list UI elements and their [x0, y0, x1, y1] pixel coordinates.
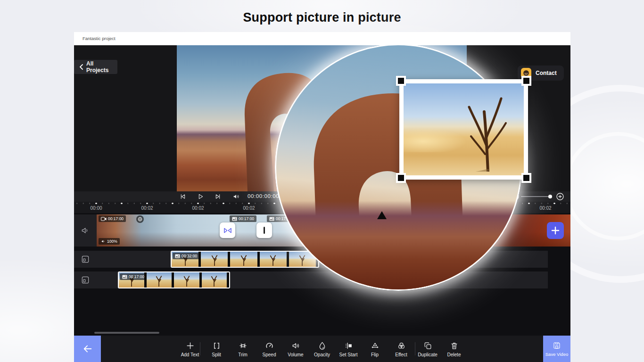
pip-track-icon[interactable] [81, 275, 90, 285]
all-projects-label: All Projects [86, 60, 117, 74]
ruler-tick-label: 00:02 [185, 206, 211, 211]
resize-handle-top-left[interactable] [396, 76, 406, 86]
clip-thumbnail [201, 252, 230, 267]
clip-duration-badge: 00:17:00 [230, 215, 256, 222]
pip-track-row: 00:17:00 [74, 272, 548, 288]
clip-volume-badge: 100% [99, 238, 120, 245]
flip-icon [371, 341, 380, 350]
timeline-zoom-slider[interactable] [521, 196, 552, 197]
tool-group: Add Text Split Trim Speed Volume Opacity… [177, 336, 467, 362]
clip-thumbnail [174, 272, 202, 288]
pip-clip[interactable]: 00:32:00 [171, 251, 319, 268]
skip-back-button[interactable] [179, 193, 186, 200]
globe-icon [136, 215, 144, 223]
tool-speed[interactable]: Speed [256, 336, 282, 362]
pip-clip[interactable]: 00:17:00 [118, 272, 230, 288]
tool-duplicate[interactable]: Duplicate [414, 336, 441, 362]
pip-track-icon[interactable] [81, 255, 90, 264]
opacity-icon [318, 341, 327, 350]
zoom-in-button[interactable] [556, 193, 564, 200]
cut-icon [264, 227, 265, 234]
back-button[interactable] [74, 336, 101, 362]
tool-volume[interactable]: Volume [282, 336, 309, 362]
contact-label: Contact [536, 70, 557, 76]
toolbar-divider [200, 342, 200, 355]
track-audio-icon[interactable] [81, 226, 90, 235]
tool-add-text[interactable]: Add Text [177, 336, 203, 362]
clip-thumbnail [230, 252, 259, 267]
volume-icon [291, 341, 300, 350]
skip-forward-button[interactable] [215, 193, 222, 200]
chevron-left-icon [79, 64, 83, 70]
timeline-zoom-handle[interactable] [548, 195, 552, 198]
clip-duration-badge: 00:17:00 [99, 215, 126, 222]
bottom-toolbar: Add Text Split Trim Speed Volume Opacity… [74, 336, 570, 362]
toolbar-divider [415, 342, 415, 355]
tool-split[interactable]: Split [203, 336, 230, 362]
clip-thumbnail [147, 272, 174, 288]
arrow-left-icon [83, 344, 93, 354]
mute-button[interactable] [232, 193, 240, 200]
plus-icon [551, 226, 560, 235]
titlebar: Fantastic project [74, 32, 570, 45]
background-ring [564, 132, 644, 240]
tool-set-start[interactable]: Set Start [335, 336, 362, 362]
play-button[interactable] [197, 193, 204, 200]
page-title: Support picture in picture [0, 10, 644, 25]
split-icon [212, 341, 221, 350]
duplicate-icon [423, 341, 432, 350]
clip-duration-badge: 00:32:00 [173, 253, 199, 259]
tool-opacity[interactable]: Opacity [309, 336, 335, 362]
tool-delete[interactable]: Delete [441, 336, 467, 362]
resize-handle-bottom-right[interactable] [521, 173, 531, 183]
clip-duration-badge: 00:17:00 [120, 273, 147, 280]
magnified-playhead-marker [377, 211, 387, 219]
trim-icon [239, 341, 248, 350]
timeline-scrollbar[interactable] [94, 332, 159, 334]
transition-cut-button[interactable] [256, 222, 272, 238]
pip-tree-graphic [460, 94, 516, 172]
effect-icon [397, 341, 406, 350]
all-projects-button[interactable]: All Projects [74, 60, 117, 74]
tool-flip[interactable]: Flip [362, 336, 388, 362]
clip-thumbnail [202, 272, 230, 288]
current-timecode: 00:00:00:00 [248, 193, 279, 199]
ruler-tick-label: 00:00 [83, 206, 109, 211]
transition-crossfade-button[interactable] [220, 222, 235, 238]
ruler-tick-label: 00:02 [533, 206, 558, 211]
ruler-tick-label: 00:02 [236, 206, 262, 211]
tool-effect[interactable]: Effect [388, 336, 414, 362]
tool-trim[interactable]: Trim [230, 336, 256, 362]
save-video-button[interactable]: Save Video [543, 336, 570, 362]
add-text-icon [186, 341, 195, 350]
resize-handle-top-right[interactable] [521, 76, 531, 86]
crossfade-icon [223, 227, 232, 234]
pip-selection-box[interactable] [399, 79, 528, 180]
delete-icon [450, 341, 459, 350]
project-name: Fantastic project [83, 36, 116, 41]
set-start-icon [344, 341, 353, 350]
speed-icon [265, 341, 274, 350]
clip-thumbnail [260, 252, 289, 267]
add-clip-button[interactable] [547, 222, 564, 239]
ruler-tick-label: 00:02 [134, 206, 160, 211]
resize-handle-bottom-left[interactable] [396, 173, 406, 183]
video-editor-window: Fantastic project All Projects Contact [74, 32, 570, 362]
save-icon [553, 341, 561, 350]
